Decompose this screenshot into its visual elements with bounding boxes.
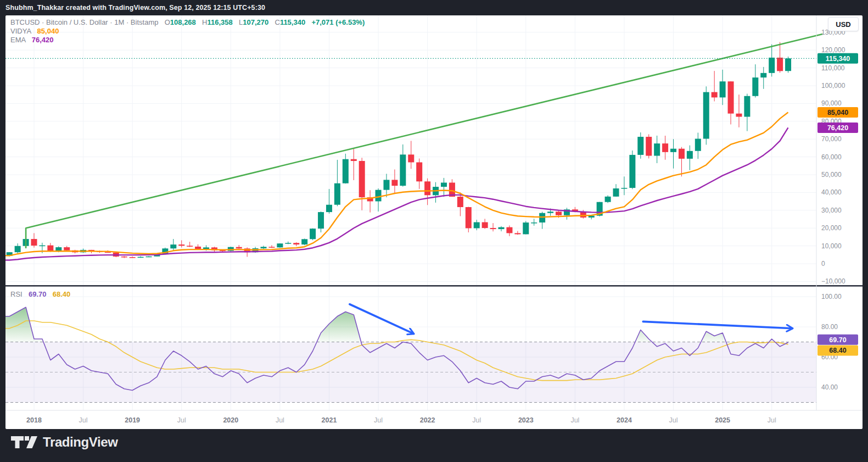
svg-text:2024: 2024 <box>617 416 632 424</box>
vidya-legend-row[interactable]: VIDYA 85,040 <box>10 27 365 36</box>
high-value: 116,358 <box>207 18 232 26</box>
svg-text:Jul: Jul <box>374 416 383 424</box>
svg-text:90,000: 90,000 <box>821 99 842 107</box>
rsi-overbought-fill <box>5 307 775 342</box>
tradingview-logo-text: TradingView <box>43 435 118 450</box>
close-value: 115,340 <box>280 18 305 26</box>
symbol-legend-row[interactable]: BTCUSD · Bitcoin / U.S. Dollar · 1M · Bi… <box>10 18 365 27</box>
svg-text:120,000: 120,000 <box>821 46 845 54</box>
svg-text:10,000: 10,000 <box>821 242 842 250</box>
svg-text:50,000: 50,000 <box>821 171 842 179</box>
change-value: +7,071 (+6.53%) <box>311 18 365 26</box>
footer-bar: TradingView <box>0 429 868 462</box>
svg-text:Jul: Jul <box>276 416 284 424</box>
tradingview-screenshot: Shubhm_Thakkar created with TradingView.… <box>0 0 868 462</box>
svg-text:100,000: 100,000 <box>821 82 845 90</box>
svg-text:68.40: 68.40 <box>829 347 846 354</box>
svg-text:40.00: 40.00 <box>821 383 838 391</box>
ema-value: 76,420 <box>32 36 54 44</box>
svg-text:80.00: 80.00 <box>821 323 838 331</box>
attribution-bar: Shubhm_Thakkar created with TradingView.… <box>0 0 868 15</box>
axis-badges: 115,34085,04076,42069.7068.40 <box>817 53 858 356</box>
svg-text:115,340: 115,340 <box>826 55 850 63</box>
tradingview-logo[interactable]: TradingView <box>10 433 118 451</box>
svg-text:2019: 2019 <box>125 416 140 424</box>
rsi-value: 69.70 <box>29 290 47 298</box>
svg-text:2021: 2021 <box>322 416 337 424</box>
svg-text:−10,000: −10,000 <box>821 277 845 285</box>
svg-text:60,000: 60,000 <box>821 153 842 161</box>
tradingview-logo-icon <box>10 433 38 451</box>
svg-text:2023: 2023 <box>518 416 534 424</box>
rsi-arrow-drawing-2[interactable] <box>643 321 792 328</box>
low-value: 107,270 <box>243 18 268 26</box>
ema-line[interactable] <box>5 127 788 260</box>
svg-text:20,000: 20,000 <box>821 224 842 232</box>
vidya-label: VIDYA <box>10 27 31 35</box>
ema-label: EMA <box>10 36 25 44</box>
svg-text:85,040: 85,040 <box>827 109 848 116</box>
trendline-drawing[interactable] <box>26 34 822 248</box>
open-label: O <box>165 18 170 26</box>
svg-text:Jul: Jul <box>669 416 678 424</box>
svg-text:30,000: 30,000 <box>821 207 842 214</box>
svg-text:Jul: Jul <box>79 416 88 424</box>
time-axis[interactable]: 2018Jul2019Jul2020Jul2021Jul2022Jul2023J… <box>26 416 776 424</box>
pane-separator[interactable] <box>5 285 863 287</box>
attribution-text: Shubhm_Thakkar created with TradingView.… <box>0 4 265 12</box>
svg-text:0: 0 <box>821 260 825 268</box>
svg-text:110,000: 110,000 <box>821 64 845 72</box>
chart-canvas[interactable]: 130,000120,000110,000100,00090,00080,000… <box>5 15 863 429</box>
svg-text:Jul: Jul <box>177 416 186 424</box>
currency-usd-button[interactable]: USD <box>828 17 859 31</box>
open-value: 108,268 <box>170 18 196 26</box>
svg-text:Jul: Jul <box>768 416 776 424</box>
svg-text:2025: 2025 <box>715 416 730 424</box>
svg-text:Jul: Jul <box>472 416 481 424</box>
chart-container[interactable]: 130,000120,000110,000100,00090,00080,000… <box>5 15 863 429</box>
rsi-legend-row[interactable]: RSI 69.70 68.40 <box>10 290 70 298</box>
svg-text:100.00: 100.00 <box>821 293 842 300</box>
svg-text:Jul: Jul <box>570 416 579 424</box>
rsi-label: RSI <box>10 290 23 298</box>
svg-text:70,000: 70,000 <box>821 135 842 143</box>
svg-text:69.70: 69.70 <box>829 336 846 344</box>
svg-text:76,420: 76,420 <box>827 124 848 132</box>
svg-text:2022: 2022 <box>420 416 435 424</box>
close-label: C <box>275 18 279 26</box>
ema-legend-row[interactable]: EMA 76,420 <box>10 36 365 44</box>
rsi-ma-value: 68.40 <box>53 290 71 298</box>
svg-text:40,000: 40,000 <box>821 188 842 196</box>
svg-text:2018: 2018 <box>26 416 42 424</box>
svg-text:2020: 2020 <box>223 416 238 424</box>
main-legend[interactable]: BTCUSD · Bitcoin / U.S. Dollar · 1M · Bi… <box>10 18 365 44</box>
symbol-title: BTCUSD · Bitcoin / U.S. Dollar · 1M · Bi… <box>10 18 158 26</box>
rsi-arrow-drawing-1[interactable] <box>350 304 413 334</box>
vidya-value: 85,040 <box>37 27 59 35</box>
